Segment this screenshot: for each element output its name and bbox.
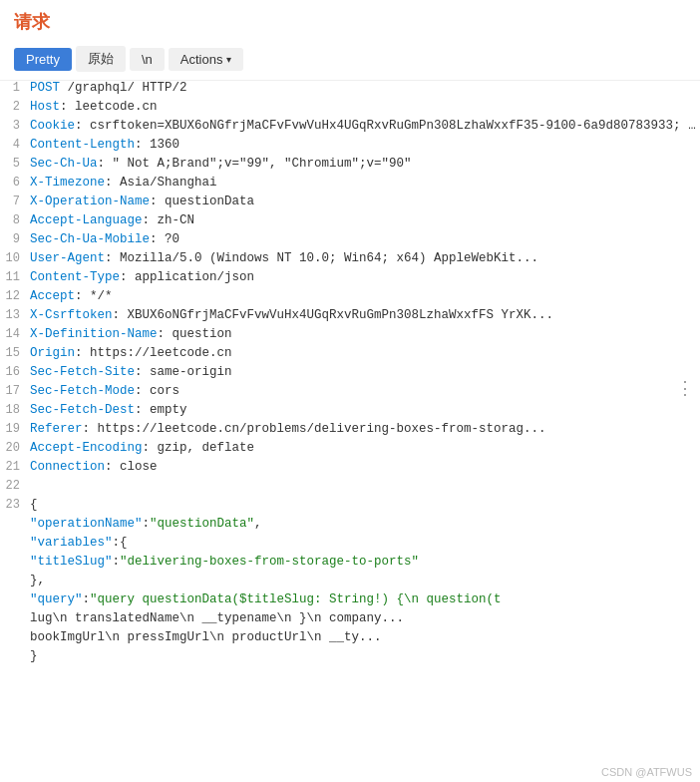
code-table: 1POST /graphql/ HTTP/22Host: leetcode.cn…	[0, 81, 700, 668]
line-content: {	[28, 498, 700, 517]
actions-button[interactable]: Actions ▾	[169, 48, 244, 71]
line-number: 9	[0, 232, 28, 251]
toolbar: Pretty 原始 \n Actions ▾	[0, 42, 700, 80]
line-content: Sec-Fetch-Dest: empty	[28, 403, 700, 422]
json-line-content: "query":"query questionData($titleSlug: …	[28, 592, 700, 611]
line-number	[0, 536, 28, 555]
line-number	[0, 555, 28, 574]
line-number: 8	[0, 213, 28, 232]
line-content: X-Csrftoken: XBUX6oNGfrjMaCFvFvwVuHx4UGq…	[28, 308, 700, 327]
chevron-down-icon: ▾	[226, 54, 231, 65]
line-number: 2	[0, 100, 28, 119]
line-number: 10	[0, 251, 28, 270]
line-number: 15	[0, 346, 28, 365]
line-content: POST /graphql/ HTTP/2	[28, 81, 700, 100]
line-number: 22	[0, 479, 28, 498]
line-number: 16	[0, 365, 28, 384]
json-line-content: "titleSlug":"delivering-boxes-from-stora…	[28, 555, 700, 574]
more-options-icon[interactable]: ⋮	[676, 380, 694, 398]
code-area: 1POST /graphql/ HTTP/22Host: leetcode.cn…	[0, 80, 700, 668]
tab-pretty[interactable]: Pretty	[14, 48, 72, 71]
line-content: Accept-Encoding: gzip, deflate	[28, 441, 700, 460]
actions-label: Actions	[180, 52, 223, 67]
line-content: Referer: https://leetcode.cn/problems/de…	[28, 422, 700, 441]
json-line-content: "operationName":"questionData",	[28, 517, 700, 536]
line-number	[0, 574, 28, 592]
line-content: X-Operation-Name: questionData	[28, 195, 700, 213]
page-title: 请求	[0, 0, 700, 42]
line-content: Connection: close	[28, 460, 700, 479]
line-number	[0, 517, 28, 536]
json-line-content: }	[28, 649, 700, 668]
line-number	[0, 649, 28, 668]
line-content: Cookie: csrftoken=XBUX6oNGfrjMaCFvFvwVuH…	[28, 119, 700, 138]
line-content: X-Timezone: Asia/Shanghai	[28, 176, 700, 195]
line-content: Content-Length: 1360	[28, 138, 700, 157]
line-number: 20	[0, 441, 28, 460]
line-number	[0, 592, 28, 611]
line-number: 11	[0, 270, 28, 289]
line-number: 4	[0, 138, 28, 157]
line-content: Host: leetcode.cn	[28, 100, 700, 119]
tab-n[interactable]: \n	[130, 48, 165, 71]
line-content: Content-Type: application/json	[28, 270, 700, 289]
watermark: CSDN @ATFWUS	[601, 766, 692, 778]
line-content: Accept: */*	[28, 289, 700, 308]
line-number: 21	[0, 460, 28, 479]
json-line-content: },	[28, 574, 700, 592]
line-number: 3	[0, 119, 28, 138]
line-number: 1	[0, 81, 28, 100]
line-number: 12	[0, 289, 28, 308]
line-content	[28, 479, 700, 498]
line-number: 19	[0, 422, 28, 441]
line-number: 14	[0, 327, 28, 346]
line-content: Sec-Fetch-Site: same-origin	[28, 365, 700, 384]
line-content: Accept-Language: zh-CN	[28, 213, 700, 232]
line-number: 7	[0, 195, 28, 213]
line-number: 5	[0, 157, 28, 176]
line-content: Sec-Ch-Ua: " Not A;Brand";v="99", "Chrom…	[28, 157, 700, 176]
line-content: User-Agent: Mozilla/5.0 (Windows NT 10.0…	[28, 251, 700, 270]
line-number	[0, 630, 28, 649]
line-content: Origin: https://leetcode.cn	[28, 346, 700, 365]
line-number: 13	[0, 308, 28, 327]
line-number: 23	[0, 498, 28, 517]
line-content: Sec-Ch-Ua-Mobile: ?0	[28, 232, 700, 251]
line-number	[0, 611, 28, 630]
tab-raw[interactable]: 原始	[76, 46, 126, 72]
line-number: 18	[0, 403, 28, 422]
line-content: Sec-Fetch-Mode: cors	[28, 384, 700, 403]
json-line-content: lug\n translatedName\n __typename\n }\n …	[28, 611, 700, 630]
line-content: X-Definition-Name: question	[28, 327, 700, 346]
json-line-content: bookImgUrl\n pressImgUrl\n productUrl\n …	[28, 630, 700, 649]
line-number: 17	[0, 384, 28, 403]
line-number: 6	[0, 176, 28, 195]
json-line-content: "variables":{	[28, 536, 700, 555]
